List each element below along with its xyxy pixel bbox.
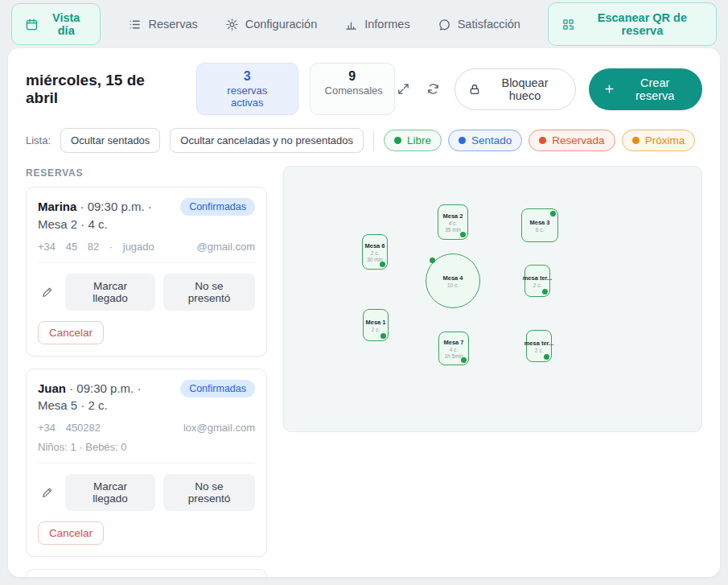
no-show-button[interactable]: No se presentó — [163, 274, 255, 311]
contact-row: +34 45 82 · jugado @gmail.com — [38, 241, 255, 253]
stat-label: Comensales — [325, 84, 380, 97]
table-name: Mesa 2 — [442, 212, 463, 220]
scan-qr-button[interactable]: Escanear QR de reserva — [548, 2, 717, 46]
reservations-list: RESERVAS Marina · 09:30 p.m. · Mesa 2 · … — [26, 166, 267, 577]
hide-seated-button[interactable]: Ocultar sentados — [60, 128, 160, 153]
table-mesa-2[interactable]: Mesa 24 c.35 min — [438, 204, 468, 240]
table-capacity: 2 c. — [371, 250, 379, 256]
chair-icon — [517, 212, 523, 223]
mark-arrived-button[interactable]: Marcar llegado — [65, 274, 155, 311]
guest-name: Juan — [38, 381, 66, 395]
top-navigation: Vista día Reservas Configuración Informe… — [0, 0, 728, 48]
content-row: RESERVAS Marina · 09:30 p.m. · Mesa 2 · … — [26, 166, 702, 577]
gear-icon — [225, 18, 239, 31]
table-capacity: 2 c. — [533, 282, 541, 288]
block-slot-button[interactable]: Bloquear hueco — [454, 68, 577, 110]
chair-icon — [434, 212, 439, 222]
table-mesa-ter[interactable]: mesa ter...2 c. — [524, 265, 550, 297]
reservation-card: Carlos · 10:00 p.m. · Mesa 7 · 3 c. Conf… — [26, 569, 267, 577]
children-info: Niños: 1 · Bebés: 0 — [38, 441, 255, 453]
legend-libre: Libre — [384, 130, 442, 151]
bar-chart-icon — [344, 18, 358, 31]
reservation-card: Marina · 09:30 p.m. · Mesa 2 · 4 c. Conf… — [26, 187, 267, 356]
table-name: Mesa 4 — [442, 274, 463, 282]
tab-label: Satisfacción — [458, 18, 520, 31]
guest-phone: +34 450282 — [38, 422, 101, 434]
main-panel: miércoles, 15 de abril 3 reservas activa… — [8, 48, 720, 577]
edit-pencil-icon[interactable] — [38, 284, 57, 300]
stats-group: 3 reservas activas 9 Comensales — [196, 63, 395, 115]
table-name: Mesa 7 — [443, 339, 463, 346]
plus-icon — [603, 83, 615, 95]
card-divider — [38, 463, 255, 463]
chair-icon — [451, 306, 457, 316]
table-name: mesa ter... — [523, 274, 553, 282]
chair-icon — [468, 339, 474, 349]
guest-email: @gmail.com — [197, 241, 255, 253]
table-mesa-1[interactable]: Mesa 12 c. — [363, 309, 389, 341]
qr-code-icon — [561, 18, 575, 31]
chair-icon — [358, 248, 364, 258]
table-status-dot — [544, 354, 549, 360]
reservation-title-row: Marina · 09:30 p.m. · Mesa 2 · 4 c. Conf… — [38, 198, 255, 233]
table-capacity: 6 c. — [536, 227, 544, 233]
create-reservation-button[interactable]: Crear reserva — [589, 68, 702, 110]
list-icon — [128, 18, 142, 31]
expand-icon[interactable] — [395, 80, 412, 97]
table-status-dot — [461, 357, 467, 363]
mark-arrived-button[interactable]: Marcar llegado — [65, 474, 155, 511]
chair-icon — [421, 286, 433, 295]
chair-icon — [451, 248, 457, 258]
table-mesa-3[interactable]: Mesa 36 c. — [521, 208, 558, 242]
table-status-dot — [430, 257, 435, 263]
no-show-button[interactable]: No se presentó — [163, 474, 255, 511]
edit-pencil-icon[interactable] — [38, 484, 57, 501]
status-dot-icon — [539, 137, 546, 144]
table-capacity: 10 c. — [447, 282, 459, 288]
table-capacity: 2 c. — [535, 348, 543, 353]
cancel-button[interactable]: Cancelar — [38, 521, 104, 545]
legend-proxima: Próxima — [622, 130, 696, 151]
legend-label: Sentado — [471, 134, 512, 146]
reservation-title: Marina · 09:30 p.m. · Mesa 2 · 4 c. — [38, 198, 174, 233]
table-mesa-4[interactable]: Mesa 410 c. — [426, 253, 480, 308]
chair-icon — [475, 269, 487, 278]
legend-label: Libre — [407, 134, 431, 146]
floor-plan: Mesa 24 c.35 minMesa 36 c.Mesa 62 c.30 m… — [283, 166, 702, 432]
guest-name: Marina — [38, 200, 76, 213]
chair-icon — [434, 339, 440, 349]
table-status-dot — [380, 333, 386, 339]
tab-label: Informes — [364, 18, 409, 31]
status-dot-icon — [394, 137, 401, 144]
chair-icon — [431, 299, 442, 311]
tab-vista-dia[interactable]: Vista día — [11, 3, 101, 45]
table-mesa-ter[interactable]: mesa ter...2 c. — [526, 330, 552, 362]
tab-informes[interactable]: Informes — [344, 18, 409, 31]
chair-icon — [466, 299, 476, 311]
table-mesa-7[interactable]: Mesa 74 c.1h 5min — [438, 332, 469, 365]
vertical-divider — [373, 130, 374, 151]
refresh-icon[interactable] — [425, 80, 442, 97]
card-actions: Marcar llegado No se presentó — [38, 274, 255, 311]
card-actions: Marcar llegado No se presentó — [38, 474, 255, 511]
filter-row: Lista: Ocultar sentados Ocultar cancelad… — [26, 128, 702, 153]
cancel-button[interactable]: Cancelar — [38, 321, 104, 344]
tab-configuracion[interactable]: Configuración — [225, 18, 317, 31]
reservation-card: Juan · 09:30 p.m. · Mesa 5 · 2 c. Confir… — [26, 369, 267, 558]
legend-label: Próxima — [645, 134, 685, 146]
table-mesa-6[interactable]: Mesa 62 c.30 min — [362, 234, 388, 270]
table-status-dot — [550, 211, 556, 216]
stat-value: 3 — [212, 69, 283, 84]
table-duration: 1h 5min — [444, 353, 463, 359]
tab-reservas[interactable]: Reservas — [128, 18, 197, 31]
table-name: Mesa 6 — [364, 242, 385, 249]
chair-icon — [434, 350, 440, 360]
status-badge: Confirmadas — [180, 198, 255, 216]
hide-cancelled-button[interactable]: Ocultar canceladas y no presentados — [170, 128, 364, 153]
status-dot-icon — [459, 137, 466, 144]
tab-label: Reservas — [148, 18, 197, 31]
header-row: miércoles, 15 de abril 3 reservas activa… — [26, 63, 702, 115]
status-dot-icon — [632, 137, 640, 144]
reservation-title-row: Juan · 09:30 p.m. · Mesa 5 · 2 c. Confir… — [38, 380, 255, 415]
tab-satisfaccion[interactable]: Satisfacción — [438, 18, 520, 31]
